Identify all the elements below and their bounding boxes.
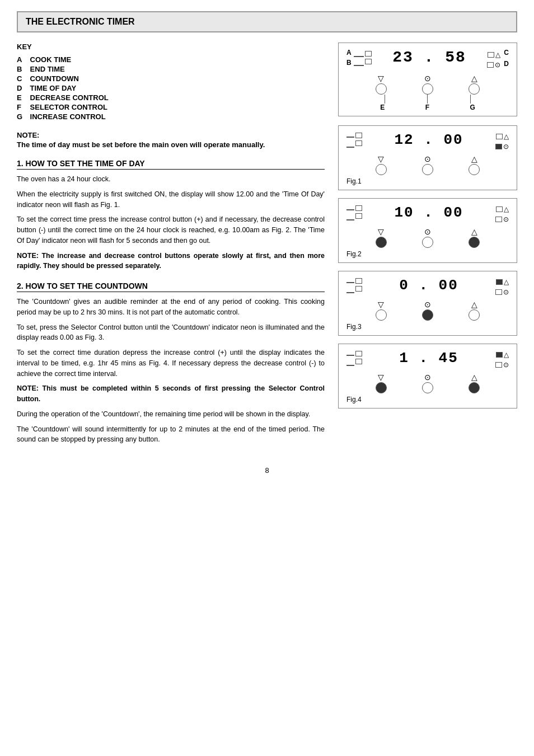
fig2-diagram: 10 . 00 △ ⊙ ▽ xyxy=(338,198,517,263)
fig1-btn-right[interactable]: △ xyxy=(469,155,480,175)
key-item-a: A COOK TIME xyxy=(17,55,325,64)
indicator-right-top-symbol: △ xyxy=(495,51,500,59)
fig4-btn-right[interactable]: △ xyxy=(469,373,480,393)
fig2-ind-right-bottom-box xyxy=(495,217,502,222)
fig1-circle-right[interactable] xyxy=(469,164,480,175)
fig3-ind-left-top xyxy=(355,278,362,284)
fig3-ind-left-bottom xyxy=(355,286,362,292)
section2-para3: To set the correct time duration depress… xyxy=(17,348,325,379)
fig2-ind-left-bottom xyxy=(355,213,362,219)
ab-labels: A B xyxy=(346,49,352,69)
decrease-btn-circle[interactable] xyxy=(376,83,387,95)
key-item-f: F SELECTOR CONTROL xyxy=(17,103,325,111)
fig4-btn-mid[interactable]: ⊙ xyxy=(422,373,433,393)
fig3-circle-right[interactable] xyxy=(469,309,480,321)
fig2-btn-right[interactable]: △ xyxy=(469,228,480,248)
label-e: E xyxy=(380,104,385,111)
page-title: THE ELECTRONIC TIMER xyxy=(17,11,517,32)
section1: 1. HOW TO SET THE TIME OF DAY The oven h… xyxy=(17,159,325,271)
fig3-circle-mid[interactable] xyxy=(422,309,433,321)
section2-para5: The 'Countdown' will sound intermittentl… xyxy=(17,424,325,445)
key-item-e: E DECREASE CONTROL xyxy=(17,93,325,102)
section1-heading: 1. HOW TO SET THE TIME OF DAY xyxy=(17,159,325,170)
fig3-ind-right-top-sym: △ xyxy=(504,278,509,286)
section2-para4: During the operation of the 'Countdown',… xyxy=(17,409,325,420)
decrease-arrow-symbol: ▽ xyxy=(378,74,384,82)
section1-para1: The oven has a 24 hour clock. xyxy=(17,174,325,185)
fig4-ind-left-bottom xyxy=(355,359,362,364)
fig3-btn-mid[interactable]: ⊙ xyxy=(422,300,433,321)
fig3-btn-right[interactable]: △ xyxy=(469,300,480,321)
fig4-circle-right[interactable] xyxy=(469,382,480,393)
key-item-d: D TIME OF DAY xyxy=(17,84,325,92)
section2-heading: 2. HOW TO SET THE COUNTDOWN xyxy=(17,281,325,292)
note-text: The time of day must be set before the m… xyxy=(17,140,325,149)
fig1-time: 12 . 00 xyxy=(364,132,493,148)
page-number: 8 xyxy=(17,466,517,475)
label-f: F xyxy=(425,104,429,111)
fig1-btn-mid[interactable]: ⊙ xyxy=(422,155,433,175)
fig4-btn-left[interactable]: ▽ xyxy=(376,373,387,393)
fig3-ind-right-top-box xyxy=(496,279,503,285)
fig1-ind-right-top-box xyxy=(496,134,503,139)
note-label: NOTE: xyxy=(17,131,325,139)
right-column: A B 23 . 58 xyxy=(338,43,517,449)
fig1-ind-left-top xyxy=(355,133,362,138)
fig3-ind-right-bottom-sym: ⊙ xyxy=(503,288,509,296)
indicator-left-bottom xyxy=(365,59,372,64)
fig3-label: Fig.3 xyxy=(346,323,509,331)
label-d: D xyxy=(504,60,509,68)
indicator-right-bottom-symbol: ⊙ xyxy=(495,61,500,69)
fig4-circle-mid[interactable] xyxy=(422,382,433,393)
fig2-ind-right-bottom-sym: ⊙ xyxy=(503,215,509,223)
fig2-circle-right[interactable] xyxy=(469,237,480,248)
fig1-ind-right-top-sym: △ xyxy=(504,133,509,140)
section2-para1: The 'Countdown' gives an audible reminde… xyxy=(17,297,325,318)
fig2-btn-mid[interactable]: ⊙ xyxy=(422,228,433,248)
fig4-circle-left[interactable] xyxy=(376,382,387,393)
note-section: NOTE: The time of day must be set before… xyxy=(17,131,325,149)
fig2-label: Fig.2 xyxy=(346,250,509,258)
fig3-time: 0 . 00 xyxy=(364,277,493,294)
fig1-circle-mid[interactable] xyxy=(422,164,433,175)
main-diagram: A B 23 . 58 xyxy=(338,43,517,116)
fig3-btn-left[interactable]: ▽ xyxy=(376,300,387,321)
control-btn-f[interactable]: ⊙ xyxy=(422,74,433,95)
selector-btn-circle[interactable] xyxy=(422,83,433,95)
increase-btn-circle[interactable] xyxy=(469,83,480,95)
section1-para2: When the electricity supply is first swi… xyxy=(17,189,325,210)
section2-para2: To set, press the Selector Control butto… xyxy=(17,322,325,344)
fig3-ind-right-bottom-box xyxy=(495,289,502,295)
fig1-ind-right-bottom-sym: ⊙ xyxy=(503,143,509,151)
section2: 2. HOW TO SET THE COUNTDOWN The 'Countdo… xyxy=(17,281,325,445)
fig2-ind-left-top xyxy=(355,205,362,211)
fig3-circle-left[interactable] xyxy=(376,309,387,321)
indicator-right-bottom-box xyxy=(487,62,494,68)
fig2-ind-right-top-box xyxy=(496,206,503,212)
fig1-diagram: 12 . 00 △ ⊙ ▽ xyxy=(338,125,517,190)
cd-labels: C D xyxy=(504,49,509,69)
fig4-time: 1 . 45 xyxy=(364,350,493,367)
section1-para3: To set the correct time press the increa… xyxy=(17,214,325,246)
fig2-circle-mid[interactable] xyxy=(422,237,433,248)
label-g: G xyxy=(470,104,475,111)
key-title: KEY xyxy=(17,43,325,51)
fig1-label: Fig.1 xyxy=(346,177,509,185)
fig1-ind-left-bottom xyxy=(355,140,362,146)
left-column: KEY A COOK TIME B END TIME C COUNTDOWN D… xyxy=(17,43,325,449)
label-a: A xyxy=(346,49,352,57)
fig4-ind-right-bottom-box xyxy=(495,362,502,368)
control-btn-g[interactable]: △ xyxy=(469,74,480,95)
fig1-circle-left[interactable] xyxy=(376,164,387,175)
fig2-btn-left[interactable]: ▽ xyxy=(376,228,387,248)
control-btn-e[interactable]: ▽ xyxy=(376,74,387,95)
fig1-ind-right-bottom-box xyxy=(495,144,502,149)
section1-note: NOTE: The increase and decrease control … xyxy=(17,251,325,272)
fig4-ind-right-top-box xyxy=(496,352,503,358)
key-item-g: G INCREASE CONTROL xyxy=(17,112,325,121)
fig1-btn-left[interactable]: ▽ xyxy=(376,155,387,175)
fig3-diagram: 0 . 00 △ ⊙ ▽ xyxy=(338,271,517,336)
fig2-circle-left[interactable] xyxy=(376,237,387,248)
main-time-display: 23 . 58 xyxy=(374,49,485,66)
key-item-c: C COUNTDOWN xyxy=(17,74,325,83)
